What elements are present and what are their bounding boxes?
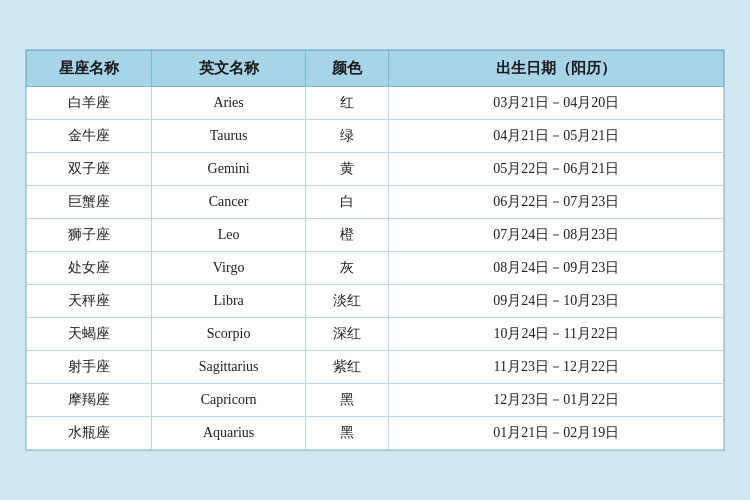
table-row: 摩羯座Capricorn黑12月23日－01月22日	[27, 384, 724, 417]
table-cell: 巨蟹座	[27, 186, 152, 219]
table-cell: Aquarius	[152, 417, 305, 450]
table-cell: 10月24日－11月22日	[389, 318, 724, 351]
table-cell: 处女座	[27, 252, 152, 285]
table-cell: 金牛座	[27, 120, 152, 153]
table-cell: Leo	[152, 219, 305, 252]
table-cell: Capricorn	[152, 384, 305, 417]
header-color: 颜色	[305, 51, 389, 87]
table-cell: 橙	[305, 219, 389, 252]
table-row: 水瓶座Aquarius黑01月21日－02月19日	[27, 417, 724, 450]
table-row: 处女座Virgo灰08月24日－09月23日	[27, 252, 724, 285]
table-row: 天蝎座Scorpio深红10月24日－11月22日	[27, 318, 724, 351]
table-row: 天秤座Libra淡红09月24日－10月23日	[27, 285, 724, 318]
table-cell: 射手座	[27, 351, 152, 384]
table-cell: 04月21日－05月21日	[389, 120, 724, 153]
table-cell: Sagittarius	[152, 351, 305, 384]
table-cell: 05月22日－06月21日	[389, 153, 724, 186]
table-cell: 08月24日－09月23日	[389, 252, 724, 285]
header-chinese-name: 星座名称	[27, 51, 152, 87]
table-cell: 深红	[305, 318, 389, 351]
table-cell: Taurus	[152, 120, 305, 153]
table-row: 白羊座Aries红03月21日－04月20日	[27, 87, 724, 120]
table-cell: 淡红	[305, 285, 389, 318]
table-cell: Virgo	[152, 252, 305, 285]
table-row: 狮子座Leo橙07月24日－08月23日	[27, 219, 724, 252]
header-english-name: 英文名称	[152, 51, 305, 87]
table-row: 金牛座Taurus绿04月21日－05月21日	[27, 120, 724, 153]
table-cell: 摩羯座	[27, 384, 152, 417]
table-cell: Cancer	[152, 186, 305, 219]
table-cell: 绿	[305, 120, 389, 153]
table-cell: 红	[305, 87, 389, 120]
table-cell: 黑	[305, 384, 389, 417]
table-header-row: 星座名称 英文名称 颜色 出生日期（阳历）	[27, 51, 724, 87]
table-cell: 11月23日－12月22日	[389, 351, 724, 384]
table-cell: 黄	[305, 153, 389, 186]
table-cell: 黑	[305, 417, 389, 450]
table-row: 巨蟹座Cancer白06月22日－07月23日	[27, 186, 724, 219]
table-cell: Libra	[152, 285, 305, 318]
table-cell: 03月21日－04月20日	[389, 87, 724, 120]
table-cell: 灰	[305, 252, 389, 285]
table-cell: Aries	[152, 87, 305, 120]
table-cell: 09月24日－10月23日	[389, 285, 724, 318]
table-cell: 天秤座	[27, 285, 152, 318]
table-cell: 紫红	[305, 351, 389, 384]
header-date: 出生日期（阳历）	[389, 51, 724, 87]
table-cell: 水瓶座	[27, 417, 152, 450]
table-row: 射手座Sagittarius紫红11月23日－12月22日	[27, 351, 724, 384]
table-cell: 双子座	[27, 153, 152, 186]
table-body: 白羊座Aries红03月21日－04月20日金牛座Taurus绿04月21日－0…	[27, 87, 724, 450]
table-cell: Gemini	[152, 153, 305, 186]
table-cell: 白	[305, 186, 389, 219]
table-cell: Scorpio	[152, 318, 305, 351]
table-cell: 06月22日－07月23日	[389, 186, 724, 219]
zodiac-table-container: 星座名称 英文名称 颜色 出生日期（阳历） 白羊座Aries红03月21日－04…	[25, 49, 725, 451]
table-cell: 07月24日－08月23日	[389, 219, 724, 252]
table-cell: 天蝎座	[27, 318, 152, 351]
table-cell: 12月23日－01月22日	[389, 384, 724, 417]
zodiac-table: 星座名称 英文名称 颜色 出生日期（阳历） 白羊座Aries红03月21日－04…	[26, 50, 724, 450]
table-cell: 狮子座	[27, 219, 152, 252]
table-cell: 01月21日－02月19日	[389, 417, 724, 450]
table-row: 双子座Gemini黄05月22日－06月21日	[27, 153, 724, 186]
table-cell: 白羊座	[27, 87, 152, 120]
